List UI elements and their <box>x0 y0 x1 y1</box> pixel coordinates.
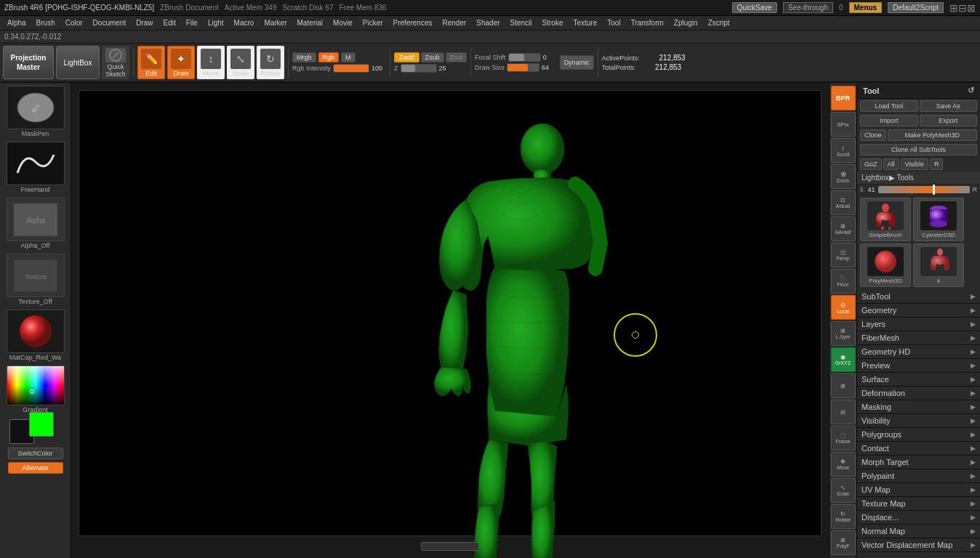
geometry-section[interactable]: Geometry ▶ <box>857 304 980 318</box>
r-button[interactable]: R <box>930 158 944 170</box>
il-slider[interactable] <box>878 186 970 193</box>
right-move-button[interactable]: ✥ Move <box>831 452 856 477</box>
persp-button[interactable]: ◫ Persp <box>831 243 856 267</box>
mini-blank-1[interactable]: ⊞ <box>831 373 856 398</box>
menu-material[interactable]: Material <box>293 17 328 28</box>
color-picker[interactable]: Gradient <box>1 364 69 415</box>
menu-brush[interactable]: Brush <box>32 17 60 28</box>
m-button[interactable]: M <box>341 52 356 62</box>
draw-size-slider[interactable] <box>507 63 539 72</box>
draw-button[interactable]: ✦ Draw <box>167 46 195 79</box>
menu-light[interactable]: Light <box>204 17 228 28</box>
vector-displace-section[interactable]: Vector Displacement Map ▶ <box>857 538 980 552</box>
rotate-button[interactable]: ↻ Rotate <box>257 46 284 79</box>
menu-color[interactable]: Color <box>61 17 87 28</box>
menu-movie[interactable]: Movie <box>329 17 357 28</box>
menu-render[interactable]: Render <box>438 17 470 28</box>
menu-draw[interactable]: Draw <box>132 17 157 28</box>
geometryhd-section[interactable]: Geometry HD ▶ <box>857 345 980 359</box>
preview-section[interactable]: Preview ▶ <box>857 359 980 373</box>
menu-picker[interactable]: Picker <box>358 17 387 28</box>
texture-off-tool[interactable]: Texture Texture_Off <box>1 252 69 307</box>
clone-all-button[interactable]: Clone All SubTools <box>860 144 977 155</box>
menu-zplugin[interactable]: Zplugin <box>670 17 702 28</box>
lsym-button[interactable]: ⊞ L.Sym <box>831 321 856 346</box>
zadd-button[interactable]: Zadd <box>394 52 419 62</box>
export-button[interactable]: Export <box>920 115 978 126</box>
rgb-intensity-slider[interactable] <box>333 64 369 73</box>
polypaint-section[interactable]: Polypaint ▶ <box>857 469 980 483</box>
alpha-off-tool[interactable]: Alpha Alpha_Off <box>1 196 69 251</box>
menu-tool[interactable]: Tool <box>603 17 624 28</box>
mini-blank-2[interactable]: ⊟ <box>831 400 856 424</box>
freehand-tool[interactable]: FreeHand <box>1 140 69 195</box>
frame-button[interactable]: ⬚ Frame <box>831 426 856 450</box>
goz-button[interactable]: GoZ <box>860 158 882 170</box>
fibermesh-section[interactable]: FiberMesh ▶ <box>857 331 980 345</box>
contact-section[interactable]: Contact ▶ <box>857 442 980 456</box>
gxyz-button[interactable]: ◉ GrXYZ <box>831 347 856 372</box>
quick-sketch-button[interactable]: Quick Sketch <box>102 46 129 79</box>
menu-macro[interactable]: Macro <box>230 17 259 28</box>
menu-transform[interactable]: Transform <box>627 17 668 28</box>
visibility-section[interactable]: Visibility ▶ <box>857 414 980 428</box>
canvas-scrollbar[interactable] <box>421 542 479 551</box>
layers-section[interactable]: Layers ▶ <box>857 318 980 331</box>
menu-texture[interactable]: Texture <box>569 17 601 28</box>
uv-map-section[interactable]: UV Map ▶ <box>857 483 980 497</box>
mrgb-button[interactable]: Mrgb <box>292 52 316 62</box>
make-polymesh-button[interactable]: Make PolyMesh3D <box>888 129 977 141</box>
zcut-button[interactable]: Zcut <box>446 52 467 62</box>
menu-file[interactable]: File <box>182 17 202 28</box>
menu-marker[interactable]: Marker <box>260 17 291 28</box>
clone-button[interactable]: Clone <box>860 129 886 141</box>
morph-target-section[interactable]: Morph Target ▶ <box>857 456 980 469</box>
canvas-area[interactable] <box>71 83 829 558</box>
menu-shader[interactable]: Shader <box>472 17 504 28</box>
deformation-section[interactable]: Deformation ▶ <box>857 387 980 400</box>
zoom-button[interactable]: ⊕ Zoom <box>831 164 856 189</box>
maskpen-tool[interactable]: 🖊 MaskPen <box>1 84 69 139</box>
load-tool-button[interactable]: Load Tool <box>860 100 918 112</box>
lightbox-tools-header[interactable]: Lightbox▶ Tools <box>857 171 980 185</box>
il-thumb[interactable]: il <box>913 243 964 287</box>
visible-button[interactable]: Visible <box>901 158 928 170</box>
edit-button[interactable]: ✏️ Edit <box>137 46 165 79</box>
menu-document[interactable]: Document <box>89 17 131 28</box>
menu-alpha[interactable]: Alpha <box>3 17 31 28</box>
refresh-icon[interactable]: ↺ <box>968 86 974 95</box>
displace-section[interactable]: Displace... ▶ <box>857 511 980 525</box>
quicksave-button[interactable]: QuickSave <box>732 2 777 13</box>
surface-section[interactable]: Surface ▶ <box>857 373 980 387</box>
floor-button[interactable]: ⬛ Floor <box>831 269 856 294</box>
scroll-button[interactable]: ↕ Scroll <box>831 138 856 163</box>
simple-brush-thumb[interactable]: SimpleBrush <box>860 198 911 241</box>
z-intensity-slider[interactable] <box>401 64 437 73</box>
alternate-button[interactable]: Alternate <box>8 462 63 474</box>
dynamic-button[interactable]: Dynamic <box>560 55 594 70</box>
lightbox-button[interactable]: LightBox <box>56 46 100 79</box>
menu-preferences[interactable]: Preferences <box>389 17 437 28</box>
save-as-button[interactable]: Save As <box>920 100 978 112</box>
rgb-button[interactable]: Rgb <box>318 52 340 62</box>
normal-map-section[interactable]: Normal Map ▶ <box>857 525 980 538</box>
polygroups-section[interactable]: Polygroups ▶ <box>857 428 980 442</box>
menu-edit[interactable]: Edit <box>159 17 180 28</box>
projection-master-button[interactable]: Projection Master <box>3 46 54 79</box>
matcap-tool[interactable]: MatCap_Red_Wa <box>1 308 69 363</box>
menu-zscript[interactable]: Zscript <box>704 17 734 28</box>
zsub-button[interactable]: Zsub <box>421 52 444 62</box>
menus-button[interactable]: Menus <box>849 2 883 13</box>
spix-button[interactable]: SPix <box>831 112 856 137</box>
cylinder3d-thumb[interactable]: CylinderD3D <box>913 198 964 241</box>
texture-map-section[interactable]: Texture Map ▶ <box>857 497 980 511</box>
bpr-button[interactable]: BPR <box>831 86 856 110</box>
right-rotate-button[interactable]: ↻ Rotate <box>831 504 856 529</box>
background-swatch[interactable] <box>29 412 54 437</box>
right-scale-button[interactable]: ⤡ Scale <box>831 478 856 503</box>
scale-button[interactable]: ⤡ Scale <box>227 46 254 79</box>
menu-stencil[interactable]: Stencil <box>506 17 537 28</box>
masking-section[interactable]: Masking ▶ <box>857 400 980 414</box>
focal-shift-slider[interactable] <box>508 53 541 62</box>
move-button[interactable]: ↕ Move <box>197 46 225 79</box>
